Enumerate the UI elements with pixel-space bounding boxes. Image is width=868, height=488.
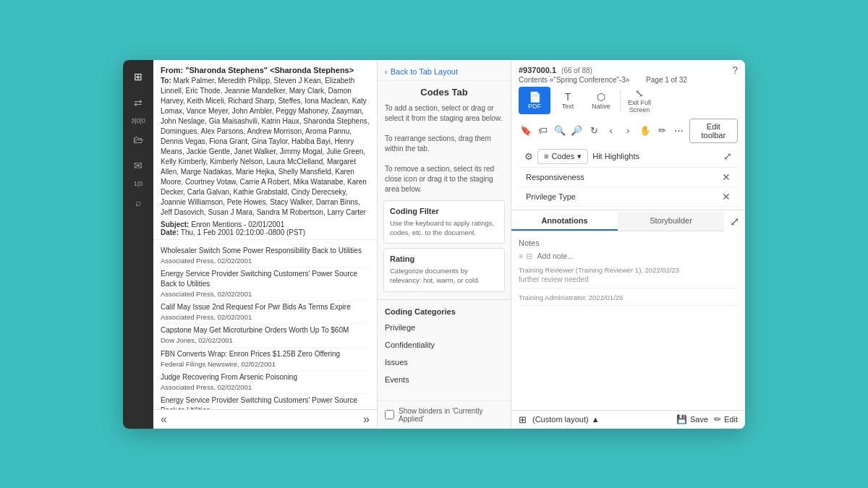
layout-arrow-icon: ▲ [592,415,600,424]
divider [378,299,511,300]
responsiveness-label: Responsiveness [526,173,722,181]
native-icon: ⬡ [597,91,605,103]
tabs-expand-icon[interactable]: ⤢ [724,210,745,233]
coding-filter-title: Coding Filter [390,207,498,215]
pdf-button[interactable]: 📄 PDF [519,87,550,114]
category-privilege[interactable]: Privilege [378,319,511,336]
zoom-out-btn[interactable]: 🔎 [570,122,584,140]
sidebar-icon-mail[interactable]: ✉ [127,155,149,176]
notes-area: Notes ≡ ⊟ Training Reviewer (Training Re… [511,233,745,410]
doc-article-1: Energy Service Provider Switching Custom… [161,267,370,301]
note-filter-icon[interactable]: ⊟ [526,252,532,261]
sidebar-icon-arrows[interactable]: ⇄ [127,92,149,114]
from-line: From: "Sharonda Stephens" <Sharonda Step… [161,66,370,74]
doc-content: Wholesaler Switch Some Power Responsibil… [153,240,377,409]
secondary-toolbar: 🔖 🏷 🔍 🔎 ↻ ‹ › ✋ ✏ ⋯ Edit toolbar [519,117,738,146]
contents-info: Contents «"Spring Conference"-3» Page 1 … [519,76,738,84]
codes-gear-icon[interactable]: ⚙ [524,151,533,162]
privilege-close-icon[interactable]: ✕ [722,191,731,202]
ann-tabs: Annotations Storybuilder [511,212,724,231]
category-events[interactable]: Events [378,371,511,388]
doc-id: #937000.1 [519,66,556,74]
edit-toolbar-button[interactable]: Edit toolbar [689,119,738,143]
back-to-tab-layout[interactable]: ‹ Back to Tab Layout [378,60,511,81]
codes-dropdown[interactable]: ≡ Codes ▾ [537,149,588,164]
responsiveness-close-icon[interactable]: ✕ [722,171,731,183]
rating-title: Rating [390,254,498,263]
doc-header: From: "Sharonda Stephens" <Sharonda Step… [153,60,377,240]
sidebar-icon-grid[interactable]: ⊞ [127,66,149,87]
show-binders-checkbox[interactable] [385,410,394,419]
grid-layout-icon: ⊞ [519,414,527,425]
doc-article-6: Energy Service Provider Switching Custom… [161,394,370,408]
prev-page-btn[interactable]: ‹ [604,122,618,140]
sidebar-icon-folder[interactable]: 🗁 [127,129,149,150]
annotations-tab[interactable]: Annotations [511,212,618,231]
expand-icon[interactable]: ⤢ [723,150,732,162]
sidebar: ⊞ ⇄ 3|0|0 🗁 ✉ 1|0 ⌕ [123,60,153,429]
back-chevron-icon: ‹ [385,67,388,76]
right-panel: #937000.1 (66 of 88) ? Contents «"Spring… [511,60,745,429]
next-page-btn[interactable]: › [621,122,635,140]
save-icon: 💾 [676,414,687,424]
right-toolbar: 📄 PDF T Text ⬡ Native ⤡ Exit Full Screen [519,84,738,117]
layout-button[interactable]: (Custom layout) ▲ [532,415,600,424]
toolbar-sep-1 [620,90,621,111]
add-note-input[interactable] [537,252,738,260]
document-list-panel: From: "Sharonda Stephens" <Sharonda Step… [153,60,378,429]
native-button[interactable]: ⬡ Native [585,87,617,114]
right-header: #937000.1 (66 of 88) ? Contents «"Spring… [511,60,745,210]
text-button[interactable]: T Text [552,87,584,114]
exit-fullscreen-button[interactable]: ⤡ Exit Full Screen [624,87,655,114]
help-icon[interactable]: ? [732,64,738,76]
exit-fullscreen-icon: ⤡ [635,87,644,99]
sidebar-badge-arrows: 3|0|0 [131,118,145,124]
nav-next[interactable]: » [363,413,370,426]
doc-count: (66 of 88) [561,67,592,74]
show-binders-row: Show binders in 'Currently Applied' [378,401,511,429]
tag-btn[interactable]: 🏷 [536,122,550,140]
coding-filter-desc: Use the keyboard to apply ratings, codes… [390,218,498,238]
responsiveness-row: Responsiveness ✕ [519,168,738,187]
doc-article-2: Calif May Issue 2nd Request For Pwr Bids… [161,301,370,324]
tabs-row: Annotations Storybuilder ⤢ [511,210,745,233]
note-sort-icon[interactable]: ≡ [519,252,523,260]
sidebar-icon-search[interactable]: ⌕ [127,192,149,213]
nav-prev[interactable]: « [161,413,167,426]
more-btn[interactable]: ⋯ [672,122,686,140]
storybuilder-tab[interactable]: Storybuilder [618,212,724,231]
note-icons: ≡ ⊟ [519,252,532,261]
right-header-top: #937000.1 (66 of 88) ? [519,64,738,76]
codes-panel-title: Codes Tab [378,81,511,103]
hit-highlights-btn[interactable]: Hit Highlights [592,152,639,160]
privilege-type-row: Privilege Type ✕ [519,187,738,207]
codes-dropdown-arrow: ▾ [577,152,582,161]
pencil-draw-btn[interactable]: ✏ [655,122,670,140]
edit-pencil-icon: ✏ [714,414,721,424]
codes-dropdown-icon: ≡ [544,152,548,160]
pan-btn[interactable]: ✋ [638,122,652,140]
coding-categories-title: Coding Categories [378,303,511,319]
edit-button[interactable]: ✏ Edit [714,414,738,424]
bookmark-btn[interactable]: 🔖 [519,122,533,140]
coding-filter-section: Coding Filter Use the keyboard to apply … [383,200,505,244]
save-button[interactable]: 💾 Save [676,414,708,424]
subject-line: Subject: Enron Mentions - 02/01/2001 [161,221,370,228]
pdf-icon: 📄 [529,91,541,103]
text-view-icon: T [565,91,571,103]
note-entry-0: Training Reviewer (Training Reviewer 1),… [519,265,738,288]
add-note-row: ≡ ⊟ [519,252,738,261]
doc-article-0: Wholesaler Switch Some Power Responsibil… [161,244,370,267]
doc-nav: « » [153,409,377,429]
rotate-btn[interactable]: ↻ [587,122,601,140]
main-window: ⊞ ⇄ 3|0|0 🗁 ✉ 1|0 ⌕ From: "Sharonda Step… [123,60,745,429]
codes-panel: ‹ Back to Tab Layout Codes Tab To add a … [378,60,511,429]
show-binders-label: Show binders in 'Currently Applied' [399,407,503,423]
category-confidentiality[interactable]: Confidentiality [378,336,511,354]
category-issues[interactable]: Issues [378,354,511,371]
codes-panel-desc: To add a section, select or drag or sele… [378,103,511,200]
to-line: To: Mark Palmer, Meredith Philipp, Steve… [161,76,370,218]
zoom-in-btn[interactable]: 🔍 [553,122,567,140]
rating-desc: Categorize documents by relevancy: hot, … [390,266,498,286]
doc-article-5: Judge Recovering From Arsenic Poisoning … [161,371,370,394]
